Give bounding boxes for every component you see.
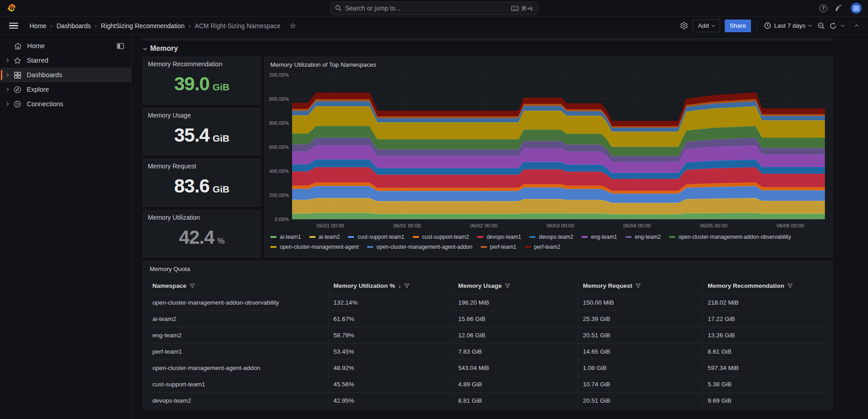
section-title: Memory <box>150 44 178 53</box>
legend-label: eng-team2 <box>635 234 661 240</box>
sort-desc-arrow-icon[interactable]: ↓ <box>398 282 401 289</box>
svg-text:1200.00%: 1200.00% <box>268 72 289 78</box>
menu-toggle-icon[interactable] <box>9 23 18 29</box>
sidebar: Home Starred Dashboards <box>0 35 132 419</box>
legend-item[interactable]: eng-team2 <box>625 234 661 240</box>
memory-utilization-stacked-area-chart[interactable]: 0.00%200.00%400.00%600.00%800.00%1000.00… <box>268 71 828 231</box>
memory-utilization-chart-panel: Memory Utilization of Top Namespaces 0.0… <box>264 57 833 257</box>
value-cell: 9.69 GiB <box>703 393 828 409</box>
memory-quota-table: Namespace Memory Utilization %↓ Memory U… <box>148 277 828 409</box>
value-cell: 45.56% <box>329 376 454 393</box>
dashboard-settings-gear-icon[interactable] <box>680 22 688 30</box>
legend-item[interactable]: open-cluster-management-agent <box>270 244 359 250</box>
legend-item[interactable]: ai-team1 <box>270 234 301 240</box>
column-header-memory-recommendation[interactable]: Memory Recommendation <box>703 277 828 295</box>
memory-utilization-panel: Memory Utilization 42.4% <box>143 210 261 258</box>
memory-recommendation-panel: Memory Recommendation 39.0GiB <box>143 57 261 104</box>
add-button[interactable]: Add <box>692 20 720 32</box>
legend-item[interactable]: ai-team2 <box>309 234 340 240</box>
legend-swatch <box>477 236 483 238</box>
dock-sidebar-icon[interactable] <box>116 42 125 50</box>
svg-text:06/06 00:00: 06/06 00:00 <box>777 223 805 228</box>
toolbar-divider <box>849 21 850 30</box>
table-row: open-cluster-management-agent-addon48.92… <box>148 360 828 376</box>
expand-chevron-icon[interactable] <box>5 88 9 91</box>
stat-value: 39.0GiB <box>174 73 229 95</box>
legend-item[interactable]: cust-support-team2 <box>413 234 469 240</box>
legend-item[interactable]: cust-support-team1 <box>348 234 404 240</box>
filter-funnel-icon[interactable] <box>505 283 510 289</box>
expand-chevron-icon[interactable] <box>5 59 9 62</box>
sidebar-item-home[interactable]: Home <box>0 39 131 53</box>
star-icon <box>13 56 22 65</box>
time-range-picker[interactable]: Last 7 days <box>762 22 813 29</box>
breadcrumb-separator: › <box>189 22 190 29</box>
filter-funnel-icon[interactable] <box>404 283 410 289</box>
expand-chevron-icon[interactable] <box>5 102 9 106</box>
legend-label: cust-support-team2 <box>422 234 469 240</box>
legend-item[interactable]: open-cluster-management-addon-observabil… <box>669 234 791 240</box>
legend-swatch <box>529 236 536 238</box>
breadcrumb-separator: › <box>95 22 97 29</box>
dashboard-canvas: Memory Memory Recommendation 39.0GiB Mem… <box>132 35 868 419</box>
value-cell: 20.51 GiB <box>578 327 703 344</box>
column-header-memory-utilization[interactable]: Memory Utilization %↓ <box>329 277 454 295</box>
expand-chevron-icon[interactable] <box>5 73 9 77</box>
grafana-logo[interactable] <box>6 3 17 14</box>
help-icon[interactable]: ? <box>819 5 827 12</box>
svg-text:06/05 00:00: 06/05 00:00 <box>700 223 728 228</box>
svg-text:05/31 00:00: 05/31 00:00 <box>317 223 344 228</box>
column-header-namespace[interactable]: Namespace <box>148 277 329 295</box>
filter-funnel-icon[interactable] <box>190 283 195 289</box>
legend-item[interactable]: devops-team2 <box>529 234 573 240</box>
chart-legend: ai-team1ai-team2cust-support-team1cust-s… <box>268 231 829 250</box>
legend-item[interactable]: eng-team1 <box>581 234 617 240</box>
user-avatar[interactable] <box>851 3 862 14</box>
collapse-toolbar-chevron-icon[interactable] <box>855 25 858 28</box>
legend-label: open-cluster-management-agent-addon <box>376 244 472 250</box>
svg-text:400.00%: 400.00% <box>269 168 289 174</box>
favorite-star-icon[interactable]: ☆ <box>289 21 296 30</box>
breadcrumb-dashboards[interactable]: Dashboards <box>57 22 91 30</box>
chevron-down-icon <box>808 23 812 27</box>
filter-funnel-icon[interactable] <box>787 283 793 289</box>
share-button[interactable]: Share <box>725 20 751 32</box>
legend-swatch <box>525 246 531 248</box>
explore-compass-icon <box>13 85 22 94</box>
stat-value: 35.4GiB <box>174 124 229 146</box>
chart-panel-title: Memory Utilization of Top Namespaces <box>268 61 829 71</box>
value-cell: 10.74 GiB <box>578 376 703 393</box>
svg-text:1000.00%: 1000.00% <box>268 96 289 102</box>
global-search-input[interactable]: Search or jump to... ⌘+k <box>330 2 538 15</box>
sidebar-item-explore[interactable]: Explore <box>0 82 131 97</box>
namespace-cell: eng-team2 <box>148 327 329 344</box>
breadcrumb-folder[interactable]: RightSizing Recommendation <box>101 22 185 30</box>
legend-label: perf-team2 <box>534 244 561 250</box>
legend-item[interactable]: devops-team1 <box>477 234 521 240</box>
value-cell: 48.92% <box>329 360 454 376</box>
value-cell: 132.14% <box>329 295 454 311</box>
sidebar-item-starred[interactable]: Starred <box>0 53 131 68</box>
column-header-memory-usage[interactable]: Memory Usage <box>454 277 578 295</box>
namespace-cell: open-cluster-management-addon-observabil… <box>148 295 329 311</box>
dashboards-grid-icon <box>13 71 22 79</box>
legend-item[interactable]: perf-team2 <box>525 244 561 250</box>
sidebar-item-connections[interactable]: Connections <box>0 97 131 111</box>
refresh-interval-chevron-icon[interactable] <box>841 23 844 27</box>
value-cell: 12.06 GiB <box>454 327 578 344</box>
legend-label: ai-team2 <box>319 234 340 240</box>
filter-funnel-icon[interactable] <box>635 283 641 289</box>
stat-panels-column: Memory Recommendation 39.0GiB Memory Usa… <box>143 57 261 257</box>
zoom-out-time-icon[interactable] <box>818 22 825 30</box>
legend-swatch <box>348 236 354 238</box>
breadcrumb-home[interactable]: Home <box>29 22 46 30</box>
refresh-icon[interactable] <box>829 22 837 30</box>
legend-item[interactable]: perf-team1 <box>481 244 517 250</box>
legend-swatch <box>367 246 373 248</box>
memory-section-toggle[interactable]: Memory <box>144 41 833 56</box>
stat-title: Memory Recommendation <box>148 60 256 68</box>
column-header-memory-request[interactable]: Memory Request <box>578 277 703 295</box>
legend-item[interactable]: open-cluster-management-agent-addon <box>367 244 472 250</box>
sidebar-item-dashboards[interactable]: Dashboards <box>0 68 131 82</box>
news-rss-icon[interactable] <box>835 5 843 12</box>
